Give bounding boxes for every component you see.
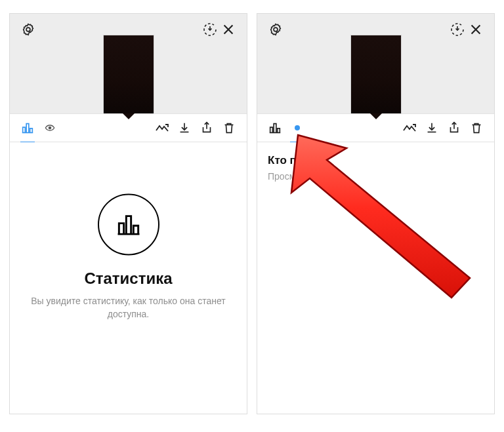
share-icon[interactable] (443, 113, 465, 142)
screenshot-right: Кто посмо Просмотров по (257, 13, 495, 414)
story-thumbnail[interactable] (350, 35, 402, 113)
promote-icon[interactable] (151, 113, 173, 142)
insights-chart-icon (98, 193, 159, 255)
download-icon[interactable] (421, 113, 443, 142)
viewers-heading: Кто посмо (268, 154, 484, 167)
screenshot-left: Статистика Вы увидите статистику, как то… (9, 13, 247, 414)
tab-viewers[interactable] (286, 113, 308, 142)
save-to-highlights-icon[interactable] (201, 20, 219, 39)
share-icon[interactable] (196, 113, 218, 142)
viewers-panel: Кто посмо Просмотров по (257, 142, 494, 414)
eye-dot-icon (295, 125, 300, 130)
svg-point-2 (274, 28, 278, 31)
svg-point-1 (49, 127, 51, 128)
close-icon[interactable] (467, 20, 485, 39)
insights-empty-state: Статистика Вы увидите статистику, как то… (10, 142, 247, 414)
story-header (257, 14, 494, 113)
settings-icon[interactable] (19, 20, 37, 39)
close-icon[interactable] (219, 20, 238, 39)
insights-heading: Статистика (28, 269, 228, 288)
insights-subtext: Вы увидите статистику, как только она ст… (28, 294, 228, 321)
delete-icon[interactable] (218, 113, 240, 142)
settings-icon[interactable] (266, 20, 285, 39)
save-to-highlights-icon[interactable] (448, 20, 467, 39)
tab-insights[interactable] (264, 113, 286, 142)
tab-insights[interactable] (16, 113, 39, 142)
tab-viewers[interactable] (39, 113, 61, 142)
delete-icon[interactable] (465, 113, 488, 142)
download-icon[interactable] (173, 113, 196, 142)
story-header (10, 14, 247, 113)
svg-point-0 (26, 28, 30, 31)
story-thumbnail[interactable] (103, 35, 154, 113)
viewers-subtext: Просмотров по (268, 171, 484, 182)
promote-icon[interactable] (398, 113, 421, 142)
